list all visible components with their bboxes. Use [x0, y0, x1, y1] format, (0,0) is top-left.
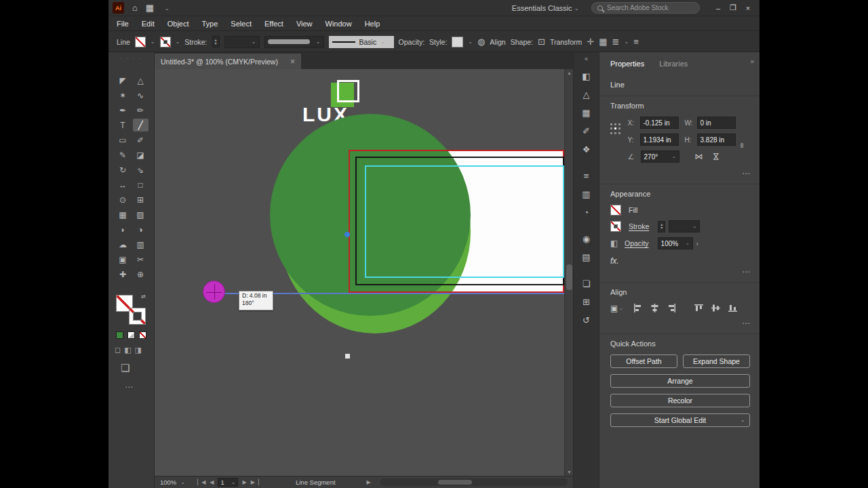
grid-view-icon[interactable]: ▦: [599, 37, 607, 47]
artboard-tool[interactable]: ▣: [115, 253, 131, 266]
brush-definition-select[interactable]: Basic⌄: [329, 36, 394, 48]
hand-tool[interactable]: ✚: [115, 268, 131, 281]
chevron-right-icon[interactable]: ›: [696, 240, 698, 247]
transparency-panel-icon[interactable]: ◔: [580, 207, 593, 218]
fill-swatch[interactable]: [610, 205, 621, 216]
status-menu-icon[interactable]: ▶: [367, 479, 371, 485]
align-bottom-button[interactable]: [727, 303, 738, 313]
align-more-options-icon[interactable]: ⋯: [742, 319, 750, 328]
type-tool[interactable]: T: [115, 119, 131, 131]
zoom-tool[interactable]: ⊕: [133, 268, 149, 281]
align-top-button[interactable]: [693, 303, 704, 313]
align-middle-vertical-button[interactable]: [710, 303, 721, 313]
shape-builder-tool[interactable]: ⊙: [115, 193, 131, 206]
swatches-panel-icon[interactable]: ▦: [580, 107, 593, 119]
magic-wand-tool[interactable]: ✶: [115, 89, 131, 102]
document-tab[interactable]: Untitled-3* @ 100% (CMYK/Preview) ×: [155, 54, 301, 69]
align-left-button[interactable]: [632, 303, 643, 313]
chevron-down-icon[interactable]: ⌄: [151, 39, 155, 45]
cyan-outline-rectangle[interactable]: [365, 165, 564, 278]
chevron-down-icon[interactable]: ⌄: [468, 39, 473, 45]
home-icon[interactable]: ⌂: [132, 3, 138, 13]
stroke-label[interactable]: Stroke:: [184, 38, 207, 46]
search-input[interactable]: [607, 4, 694, 12]
isolate-selection-icon[interactable]: ✛: [587, 37, 594, 47]
previous-artboard-button[interactable]: ◀: [210, 479, 214, 485]
adobe-stock-search[interactable]: [591, 2, 700, 14]
stroke-color-proxy[interactable]: [129, 308, 146, 325]
column-graph-tool[interactable]: ▥: [133, 238, 149, 251]
screen-mode-icon[interactable]: ❏: [121, 362, 130, 374]
variable-width-profile-select[interactable]: ⌄: [264, 36, 324, 48]
h-field[interactable]: [697, 134, 736, 146]
graphic-style-swatch[interactable]: [452, 37, 463, 47]
horizontal-scroll-thumb[interactable]: [438, 480, 472, 485]
perspective-grid-tool[interactable]: ⊞: [133, 193, 149, 206]
rows-view-icon[interactable]: ≣: [612, 37, 620, 47]
stroke-weight-stepper[interactable]: ▴▾: [658, 221, 665, 232]
free-transform-tool[interactable]: □: [133, 178, 149, 191]
menu-object[interactable]: Object: [167, 20, 189, 28]
selection-tool[interactable]: ◤: [115, 74, 131, 87]
swap-fill-stroke-icon[interactable]: ⇄: [141, 293, 146, 300]
menu-window[interactable]: Window: [326, 20, 352, 28]
paintbrush-tool[interactable]: ✐: [133, 134, 149, 146]
restore-button[interactable]: ❐: [726, 2, 741, 14]
collapse-panels-icon[interactable]: »: [750, 58, 754, 65]
stroke-weight-select[interactable]: ⌄: [669, 220, 700, 232]
scale-tool[interactable]: ⇘: [133, 163, 149, 176]
horizontal-scrollbar[interactable]: [380, 479, 568, 486]
workspace-switcher[interactable]: Essentials Classic ⌄: [512, 4, 579, 12]
symbol-sprayer-tool[interactable]: ☁: [115, 238, 131, 251]
y-field[interactable]: [640, 134, 679, 146]
scroll-up-icon[interactable]: ▲: [565, 70, 573, 75]
appearance-more-options-icon[interactable]: ⋯: [742, 267, 750, 277]
eyedropper-tool[interactable]: ◗: [115, 223, 131, 236]
align-label[interactable]: Align: [490, 38, 505, 46]
toolbar-drag-handle[interactable]: · · · ·: [108, 52, 154, 62]
pencil-tool[interactable]: ✎: [115, 148, 131, 161]
color-swatch-gradient[interactable]: [127, 331, 135, 339]
chevron-down-icon[interactable]: ⌄: [624, 39, 629, 45]
next-artboard-button[interactable]: ▶: [242, 479, 246, 485]
reference-point-locator[interactable]: [610, 123, 623, 136]
align-center-horizontal-button[interactable]: [649, 303, 660, 313]
width-tool[interactable]: ↔: [115, 178, 131, 191]
fill-link[interactable]: Fill: [629, 206, 637, 214]
constrain-proportions-icon[interactable]: ∞: [738, 143, 747, 148]
draw-normal-icon[interactable]: ◻: [115, 346, 121, 354]
draw-behind-icon[interactable]: ◧: [124, 346, 131, 354]
transform-label[interactable]: Transform: [550, 38, 582, 46]
chevron-down-icon[interactable]: ⌄: [164, 5, 170, 12]
menu-file[interactable]: File: [117, 20, 129, 28]
slice-tool[interactable]: ✂: [133, 253, 149, 266]
graphic-styles-panel-icon[interactable]: ▤: [580, 251, 593, 263]
menu-help[interactable]: Help: [365, 20, 380, 28]
menu-view[interactable]: View: [296, 20, 313, 28]
stroke-weight-select[interactable]: ⌄: [224, 36, 260, 48]
opacity-select[interactable]: 100% ⌄: [658, 237, 693, 249]
menu-edit[interactable]: Edit: [142, 20, 155, 28]
shape-widget-icon[interactable]: ⊡: [538, 37, 545, 47]
layers-panel-icon[interactable]: ❏: [580, 278, 593, 289]
small-white-square[interactable]: [345, 354, 350, 359]
menu-select[interactable]: Select: [231, 20, 252, 28]
fx-button[interactable]: fx.: [610, 256, 750, 266]
direct-selection-tool[interactable]: △: [133, 74, 149, 87]
arrange-button[interactable]: Arrange: [610, 374, 750, 388]
artboards-panel-icon[interactable]: ⊞: [580, 296, 593, 308]
canvas[interactable]: LUX D: 4.08 in 180° ▲ ▼: [155, 69, 573, 476]
line-segment-tool[interactable]: ╱: [133, 119, 149, 131]
color-panel-icon[interactable]: ◧: [580, 70, 593, 82]
pen-tool[interactable]: ✒: [115, 104, 131, 117]
rotate-tool[interactable]: ↻: [115, 163, 131, 176]
close-button[interactable]: ×: [741, 2, 755, 14]
color-swatch-none[interactable]: [139, 331, 146, 339]
stroke-swatch[interactable]: [610, 221, 621, 232]
symbols-panel-icon[interactable]: ❖: [580, 144, 593, 155]
recolor-artwork-icon[interactable]: ◍: [477, 37, 485, 47]
rotation-angle-select[interactable]: 270° ⌄: [641, 150, 679, 163]
draw-inside-icon[interactable]: ◨: [135, 346, 142, 354]
close-document-icon[interactable]: ×: [290, 57, 295, 66]
mesh-tool[interactable]: ▦: [115, 208, 131, 221]
